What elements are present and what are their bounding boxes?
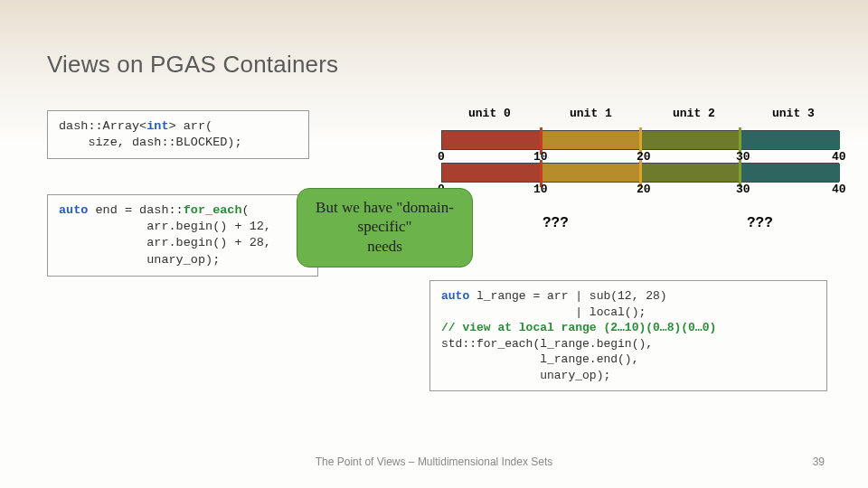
block-unit3	[741, 131, 840, 149]
block-unit2	[641, 131, 741, 149]
tick: 20	[637, 183, 651, 196]
array-bar-global	[441, 130, 839, 150]
code-text: unary_op);	[59, 253, 220, 267]
fn-for-each: for_each	[184, 203, 242, 217]
code-text: std::for_each(l_range.begin(),	[441, 337, 653, 351]
unit-labels: unit 0 unit 1 unit 2 unit 3	[445, 107, 843, 125]
code-text: dash::Array<	[59, 119, 146, 133]
array-diagram: unit 0 unit 1 unit 2 unit 3 0 10 20 30 4…	[445, 107, 861, 260]
code-declaration: dash::Array<int> arr( size, dash::BLOCKE…	[47, 110, 309, 159]
page-number: 39	[813, 455, 825, 468]
comment: // view at local range (2…10)(0…8)(0…0)	[441, 321, 716, 334]
qmark-icon: ???	[542, 215, 569, 231]
callout-line: But we have "domain-	[305, 198, 465, 217]
code-text: l_range.end(),	[441, 352, 638, 366]
callout-bubble: But we have "domain- specific" needs	[297, 188, 473, 267]
code-range: auto l_range = arr | sub(12, 28) | local…	[429, 280, 827, 391]
block-unit0	[442, 131, 542, 149]
tick: 30	[736, 183, 750, 196]
unit-label: unit 1	[570, 107, 612, 120]
code-text: | local();	[441, 305, 646, 319]
kw-auto: auto	[59, 203, 88, 217]
unit-label: unit 2	[673, 107, 715, 120]
code-text: (	[242, 203, 250, 217]
code-text: > arr(	[169, 119, 213, 133]
kw-auto: auto	[441, 289, 469, 303]
array-bar-sub	[441, 163, 839, 183]
qmark-icon: ???	[747, 215, 773, 231]
code-text: end = dash::	[88, 203, 183, 217]
code-text: arr.begin() + 12,	[59, 220, 271, 233]
tick: 40	[832, 150, 846, 164]
tick: 40	[832, 183, 846, 196]
slide-title: Views on PGAS Containers	[47, 51, 338, 79]
unit-label: unit 3	[772, 107, 815, 120]
block-unit1	[542, 164, 641, 182]
tick: 10	[533, 183, 548, 196]
code-text: l_range = arr | sub(12, 28)	[469, 289, 666, 303]
unit-label: unit 0	[468, 107, 511, 120]
callout-line: specific"	[305, 217, 465, 236]
block-unit3	[741, 164, 840, 182]
callout-line: needs	[305, 237, 465, 256]
code-text: arr.begin() + 28,	[59, 236, 271, 249]
code-text: size, dash::BLOCKED);	[59, 136, 242, 149]
footer-text: The Point of Views – Multidimensional In…	[0, 455, 868, 468]
block-unit0	[442, 164, 542, 182]
code-text: unary_op);	[441, 369, 610, 382]
kw-int: int	[146, 119, 168, 133]
tick: 0	[438, 150, 445, 164]
block-unit2	[641, 164, 741, 182]
code-foreach: auto end = dash::for_each( arr.begin() +…	[47, 194, 318, 277]
block-unit1	[542, 131, 641, 149]
